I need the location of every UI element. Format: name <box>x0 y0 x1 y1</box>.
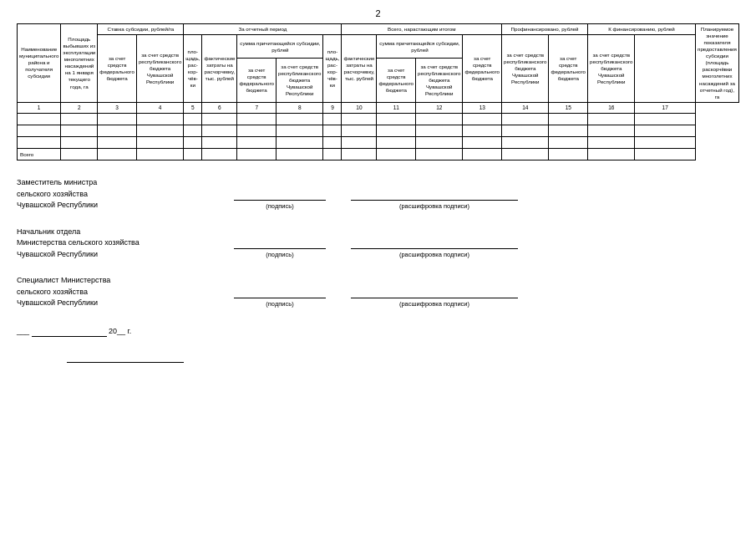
col-financed-fed: за счет средств федерального бюджета <box>463 35 502 103</box>
col-num-15: 15 <box>549 102 588 113</box>
sig-title-2: Начальник отдела Министерства сельского … <box>17 227 234 261</box>
col-sub-fed: за счет средств федерального бюджета <box>98 35 137 103</box>
col-period-area: пло-щадь, рас-кор-чёв-ки <box>184 35 202 103</box>
sig-decode-line-1 <box>351 187 518 201</box>
table-row <box>18 114 739 125</box>
col-header-name: Наименование муниципального района и пол… <box>18 24 61 103</box>
col-financed-rep: за счет средств республиканского бюджета… <box>502 35 549 103</box>
sig-line-2 <box>234 236 326 249</box>
col-num-9: 9 <box>323 102 342 113</box>
date-blank-pre: ___ <box>17 325 32 337</box>
col-tofinance-rep: за счет средств республиканского бюджета… <box>588 35 635 103</box>
sig-line-area-2: (подпись) <box>234 236 326 260</box>
sig-decode-area-2: (расшифровка подписи) <box>351 236 518 260</box>
itogo-row: Всего <box>18 149 739 160</box>
col-header-plan: Планируемое значение показателя предоста… <box>696 24 739 103</box>
signature-block-3: Специалист Министерства сельского хозяйс… <box>17 275 739 309</box>
sig-label-2: (подпись) <box>266 250 293 260</box>
main-table: Наименование муниципального района и пол… <box>17 23 739 160</box>
col-period-sum: сумма причитающейся субсидии, рублей <box>237 35 323 59</box>
sig-line-3 <box>234 285 326 298</box>
column-numbers-row: 1 2 3 4 5 6 7 8 9 10 11 12 13 14 15 16 1… <box>18 102 739 113</box>
col-num-2: 2 <box>61 102 98 113</box>
col-total-sum-rep: за счет средств республиканского бюджета… <box>416 59 463 102</box>
col-period-sum-fed: за счет средств федерального бюджета <box>237 59 277 102</box>
col-sub-rep: за счет средств республиканского бюджета… <box>136 35 183 103</box>
signatures-section: Заместитель министра сельского хозяйства… <box>17 177 739 363</box>
col-num-12: 12 <box>416 102 463 113</box>
col-header-total: Всего, нарастающим итогом <box>342 24 502 35</box>
sig-line-area-1: (подпись) <box>234 187 326 211</box>
table-row <box>18 125 739 137</box>
sig-title-1: Заместитель министра сельского хозяйства… <box>17 177 234 211</box>
sig-decode-label-3: (расшифровка подписи) <box>399 299 469 309</box>
sig-title-3: Специалист Министерства сельского хозяйс… <box>17 275 234 309</box>
col-total-costs: фактические затраты на расчорчевку, тыс.… <box>342 35 377 103</box>
date-row: ___ 20__ г. <box>17 324 739 337</box>
sig-label-3: (подпись) <box>266 299 293 309</box>
col-num-3: 3 <box>98 102 137 113</box>
col-num-17: 17 <box>635 102 696 113</box>
col-num-8: 8 <box>276 102 322 113</box>
table-row <box>18 137 739 149</box>
col-num-7: 7 <box>237 102 277 113</box>
sig-line-area-3: (подпись) <box>234 285 326 309</box>
signature-block-2: Начальник отдела Министерства сельского … <box>17 227 739 261</box>
col-header-tofinance: К финансированию, рублей <box>588 24 696 35</box>
col-header-rate: Ставка субсидии, рублей/га <box>98 24 184 35</box>
col-num-11: 11 <box>377 102 416 113</box>
col-num-6: 6 <box>202 102 237 113</box>
sig-decode-line-3 <box>351 285 518 298</box>
sig-decode-label-1: (расшифровка подписи) <box>399 201 469 211</box>
sig-decode-area-3: (расшифровка подписи) <box>351 285 518 309</box>
sig-line-1 <box>234 187 326 201</box>
col-header-period: За отчетный период <box>184 24 342 35</box>
col-total-area: пло-щадь, рас-кор-чёв-ки <box>323 35 342 103</box>
col-period-costs: фактические затраты на расчорчевку, тыс.… <box>202 35 237 103</box>
sig-decode-area-1: (расшифровка подписи) <box>351 187 518 211</box>
col-num-1: 1 <box>18 102 61 113</box>
sig-label-1: (подпись) <box>266 201 293 211</box>
col-total-sum-fed: за счет средств федерального бюджета <box>377 59 416 102</box>
col-tofinance-fed: за счет средств федерального бюджета <box>549 35 588 103</box>
col-header-area: Площадь выбывших из эксплуатации многоле… <box>61 24 98 103</box>
col-num-10: 10 <box>342 102 377 113</box>
col-num-4: 4 <box>136 102 183 113</box>
date-sign-underline <box>67 362 184 363</box>
page-number: 2 <box>17 8 739 18</box>
sig-decode-line-2 <box>351 236 518 249</box>
col-num-13: 13 <box>463 102 502 113</box>
col-num-14: 14 <box>502 102 549 113</box>
signature-block-1: Заместитель министра сельского хозяйства… <box>17 177 739 211</box>
col-header-financed: Профинансировано, рублей <box>502 24 588 35</box>
col-total-sum: сумма причитающейся субсидии, рублей <box>377 35 463 59</box>
col-period-sum-rep: за счет средств республиканского бюджета… <box>276 59 322 102</box>
col-num-5: 5 <box>184 102 202 113</box>
sig-decode-label-2: (расшифровка подписи) <box>399 250 469 260</box>
col-num-16: 16 <box>588 102 635 113</box>
